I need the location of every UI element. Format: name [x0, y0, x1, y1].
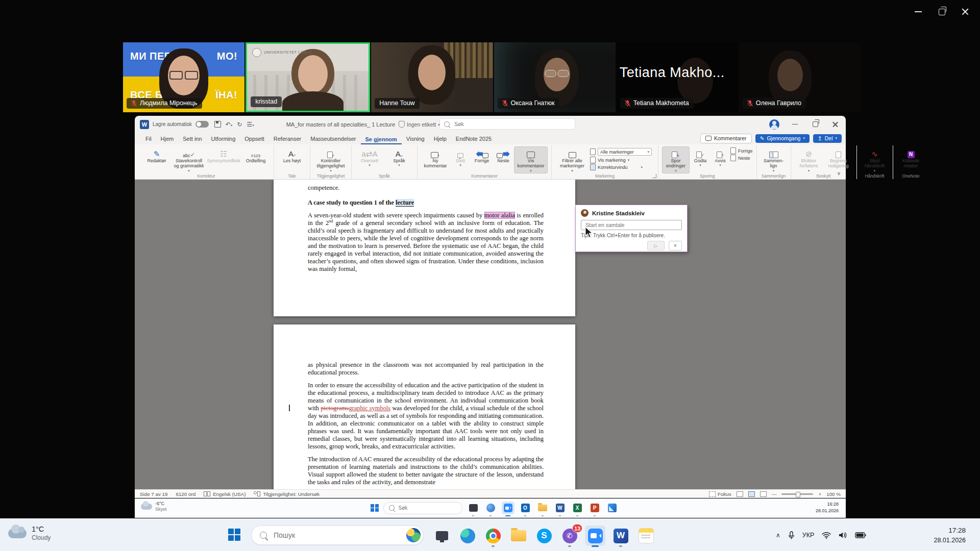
- hidden-icons-chevron[interactable]: ∧: [776, 532, 780, 539]
- proofing-status[interactable]: Engelsk (USA): [204, 491, 246, 497]
- participant-tile-hanne[interactable]: Hanne Touw: [371, 42, 493, 112]
- read-mode-icon[interactable]: [737, 491, 743, 497]
- taskbar-skype[interactable]: S: [534, 525, 554, 546]
- taskbar-chrome[interactable]: [483, 525, 503, 546]
- spelling-button[interactable]: abc✓Stavekontroll og grammatikk▾: [172, 146, 206, 173]
- shared-weather-widget[interactable]: -5°C Skyet: [141, 501, 167, 513]
- tab-se-gjennom[interactable]: Se gjennom: [361, 135, 402, 145]
- wifi-icon[interactable]: [822, 532, 831, 539]
- share-button[interactable]: ↥Del▾: [813, 134, 842, 143]
- participant-tile-krisstad[interactable]: UNIVERSITETET I OSLO krisstad: [246, 42, 370, 112]
- language-button[interactable]: A⌐Språk▾: [385, 146, 413, 168]
- tab-fil[interactable]: Fil: [141, 134, 156, 144]
- shared-search-box[interactable]: [383, 502, 462, 514]
- shared-taskbar-outlook[interactable]: O: [519, 502, 532, 514]
- participant-tile-tetiana[interactable]: Tetiana Makho... Tetiana Makhometa: [617, 42, 738, 112]
- shared-taskbar-powerpoint[interactable]: P: [589, 502, 601, 514]
- web-layout-icon[interactable]: [760, 491, 767, 497]
- shared-start-button[interactable]: [371, 504, 379, 512]
- tab-oppsett[interactable]: Oppsett: [240, 134, 269, 144]
- start-button[interactable]: [228, 529, 240, 541]
- tab-visning[interactable]: Visning: [402, 134, 429, 144]
- save-icon[interactable]: [214, 121, 221, 128]
- hide-ink-button[interactable]: ∿Skjul håndskrift▾: [861, 146, 889, 173]
- shared-clock[interactable]: 16:28 28.01.2026: [816, 501, 839, 514]
- delete-comment-button[interactable]: Slett▾: [451, 146, 470, 168]
- account-avatar[interactable]: [769, 119, 779, 130]
- shared-taskbar-teams[interactable]: [484, 502, 497, 514]
- taskbar-desktop-app[interactable]: [432, 525, 452, 546]
- show-comments-button[interactable]: Vis kommentarer▾: [514, 146, 548, 173]
- document-page-2[interactable]: as physical presence in the classroom wa…: [274, 324, 575, 489]
- previous-comment-button[interactable]: 🡄Forrige: [471, 146, 493, 164]
- comment-input[interactable]: [584, 221, 678, 229]
- shared-taskbar-excel[interactable]: X: [571, 502, 584, 514]
- next-change-button[interactable]: Neste: [730, 155, 753, 161]
- markup-dropdown[interactable]: Alle markeringer▾: [598, 148, 652, 156]
- search-input[interactable]: [453, 120, 557, 128]
- comments-button[interactable]: Kommentarer: [700, 134, 752, 143]
- tab-endnote[interactable]: EndNote 2025: [451, 134, 496, 144]
- display-for-review[interactable]: Alle markeringer▾: [590, 148, 652, 156]
- next-comment-button[interactable]: 🡆Neste: [494, 146, 513, 164]
- word-count-button[interactable]: ≡123Ordtelling: [241, 146, 270, 164]
- taskbar-search-input[interactable]: [273, 531, 401, 540]
- close-button[interactable]: [953, 0, 977, 23]
- zoom-slider[interactable]: [781, 493, 813, 495]
- taskbar-edge[interactable]: [457, 525, 478, 546]
- tab-masseutsendelser[interactable]: Masseutsendelser: [306, 134, 360, 144]
- reject-button[interactable]: ×Avvis▾: [711, 146, 729, 168]
- check-accessibility-button[interactable]: ✶Kontroller tilgjengelighet▾: [314, 146, 348, 173]
- tab-sett-inn[interactable]: Sett inn: [178, 134, 206, 144]
- autosave-toggle[interactable]: [195, 121, 209, 128]
- new-comment-button[interactable]: +Ny kommentar: [421, 146, 450, 169]
- zoom-out-button[interactable]: —: [772, 491, 777, 497]
- shared-taskbar-zoom[interactable]: [502, 502, 514, 514]
- taskbar-viber[interactable]: ✆13: [559, 525, 580, 546]
- editor-button[interactable]: ✎Redaktør: [142, 146, 171, 164]
- review-mode-button[interactable]: ✎Gjennomgang▾: [755, 134, 810, 143]
- restore-button[interactable]: [930, 0, 953, 23]
- page-indicator[interactable]: Side 7 av 19: [140, 491, 167, 497]
- word-restore-button[interactable]: [805, 116, 825, 133]
- post-comment-button[interactable]: ▷: [647, 241, 665, 251]
- filter-markup-button[interactable]: Filtrer alle markeringer▾: [555, 146, 589, 173]
- comment-input-box[interactable]: [581, 220, 682, 230]
- weather-widget[interactable]: 1°C Cloudy: [8, 524, 51, 542]
- minimize-button[interactable]: [906, 0, 930, 23]
- participant-tile-oksana[interactable]: Оксана Гнатюк: [494, 42, 616, 112]
- zoom-slider-thumb[interactable]: [796, 492, 800, 497]
- heading-link[interactable]: lecture: [396, 199, 414, 207]
- reviewing-pane-button[interactable]: Korrekturvindu▾: [590, 164, 652, 170]
- thesaurus-button[interactable]: ☷Synonymordbok: [207, 146, 240, 164]
- compare-button[interactable]: Sammen-lign▾: [761, 146, 787, 173]
- shared-taskbar-app-dark[interactable]: [467, 502, 480, 514]
- word-close-button[interactable]: [825, 116, 846, 133]
- document-canvas[interactable]: competence. A case study to question 1 o…: [135, 180, 846, 489]
- participant-tile-liudmyla[interactable]: МИ ПЕР МО! ВСЕ БУ ЇНА! Людмила Міронець: [123, 42, 244, 112]
- word-count[interactable]: 6120 ord: [176, 491, 195, 497]
- accept-button[interactable]: ✓Godta▾: [691, 146, 710, 168]
- zoom-in-button[interactable]: +: [818, 491, 821, 497]
- previous-change-button[interactable]: Forrige: [730, 148, 753, 154]
- battery-icon[interactable]: [855, 532, 866, 538]
- shared-search-input[interactable]: [398, 505, 451, 511]
- taskbar-notes[interactable]: [636, 525, 656, 546]
- microphone-icon[interactable]: [788, 531, 795, 540]
- undo-icon[interactable]: ↶▾: [226, 121, 233, 128]
- cancel-comment-button[interactable]: ×: [669, 241, 682, 251]
- participant-tile-olena[interactable]: Олена Гаврило: [739, 42, 861, 112]
- shared-taskbar-word[interactable]: W: [554, 502, 567, 514]
- word-search-box[interactable]: [439, 118, 575, 130]
- tab-referanser[interactable]: Referanser: [269, 134, 306, 144]
- show-markup-menu[interactable]: Vis markering▾: [590, 157, 652, 163]
- track-changes-button[interactable]: ✎Spor endringer▾: [662, 146, 690, 173]
- taskbar-word[interactable]: W: [610, 525, 631, 546]
- redo-icon[interactable]: ↻: [237, 121, 242, 128]
- taskbar-search-box[interactable]: [251, 525, 424, 545]
- taskbar-explorer[interactable]: [508, 525, 529, 546]
- taskbar-clock[interactable]: 17:28 28.01.2026: [934, 519, 966, 551]
- tab-hjelp[interactable]: Hjelp: [429, 134, 451, 144]
- bing-weather-icon[interactable]: [406, 528, 421, 542]
- tab-utforming[interactable]: Utforming: [207, 134, 240, 144]
